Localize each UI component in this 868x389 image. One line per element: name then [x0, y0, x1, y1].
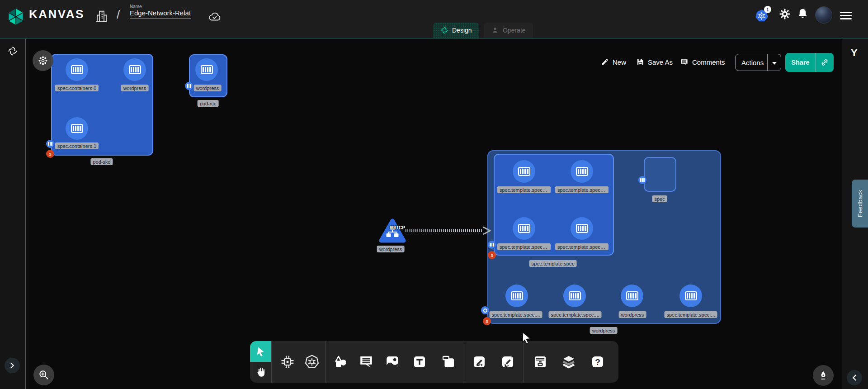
- user-avatar[interactable]: [815, 6, 832, 24]
- node-container[interactable]: [513, 160, 535, 183]
- pod-kind-badge[interactable]: [638, 176, 646, 184]
- zoom-button[interactable]: [33, 365, 54, 385]
- feedback-tab[interactable]: Feedback: [852, 180, 868, 228]
- brand-name: KANVAS: [29, 7, 85, 21]
- pod-icon: [640, 178, 645, 182]
- toolbar-divider: [271, 341, 272, 383]
- node-label: wordpress: [619, 311, 646, 318]
- container-icon: [576, 167, 588, 176]
- tab-design[interactable]: Design: [433, 23, 479, 38]
- node-container[interactable]: [505, 285, 528, 307]
- media-image-icon[interactable]: [385, 354, 400, 370]
- integrations-chip-icon[interactable]: [280, 354, 295, 370]
- kubernetes-wheel-icon[interactable]: [304, 354, 320, 370]
- container-icon: [511, 291, 523, 300]
- expand-left-panel-button[interactable]: [5, 358, 20, 373]
- share-label[interactable]: Share: [785, 59, 816, 66]
- actions-dropdown-button[interactable]: Actions: [735, 54, 781, 71]
- copy-link-icon[interactable]: [820, 58, 829, 67]
- node-container[interactable]: [66, 117, 88, 140]
- node-service-triangle[interactable]: [378, 218, 407, 244]
- pod-icon: [490, 243, 494, 247]
- shapes-icon[interactable]: [333, 354, 348, 370]
- settings-gear-icon[interactable]: [778, 8, 791, 20]
- deployment-kind-badge[interactable]: [481, 306, 489, 314]
- pod-kind-badge[interactable]: [488, 241, 496, 249]
- node-container[interactable]: [195, 58, 218, 81]
- caret-down-icon[interactable]: [772, 62, 777, 65]
- kanvas-logo-icon[interactable]: [6, 7, 25, 26]
- group-label: pod-rcc: [198, 100, 219, 107]
- node-container[interactable]: [571, 160, 593, 183]
- design-spiral-icon[interactable]: [7, 46, 18, 57]
- error-count-badge[interactable]: 3: [488, 251, 496, 259]
- group-label: wordpress: [590, 327, 618, 334]
- left-panel-collapsed: [0, 39, 26, 389]
- magnifier-plus-icon: [38, 369, 50, 381]
- sketch-tool-icon[interactable]: [500, 354, 515, 370]
- edge-port-label: 80/TCP: [390, 225, 405, 230]
- notifications-bell-icon[interactable]: [797, 8, 809, 20]
- group-spec-template-spec[interactable]: [494, 154, 614, 256]
- group-label: spec.template.spec: [529, 260, 577, 267]
- node-container[interactable]: [563, 285, 586, 307]
- chevron-right-icon: [8, 361, 17, 370]
- feedback-label: Feedback: [857, 190, 863, 217]
- menu-hamburger-icon[interactable]: [840, 10, 852, 21]
- node-container[interactable]: [513, 217, 535, 240]
- tab-operate-label: Operate: [503, 27, 526, 34]
- node-spec[interactable]: [644, 157, 676, 192]
- design-swirl-icon: [440, 26, 448, 34]
- container-icon: [626, 291, 638, 300]
- save-as-button[interactable]: Save As: [636, 58, 673, 66]
- toolbar-divider: [465, 341, 465, 383]
- pen-path-tool-icon[interactable]: [472, 354, 487, 370]
- node-label: spec.template.spec.s...: [497, 243, 551, 250]
- collapse-right-panel-button[interactable]: [847, 370, 862, 385]
- comment-tool-icon[interactable]: [359, 354, 374, 370]
- node-container[interactable]: [621, 285, 643, 307]
- tool-select[interactable]: [250, 341, 271, 362]
- error-count-badge[interactable]: 2: [46, 150, 54, 158]
- validate-y-icon[interactable]: Y: [851, 47, 858, 59]
- container-icon: [518, 167, 530, 176]
- node-label: wordpress: [121, 85, 149, 91]
- node-container[interactable]: [66, 58, 88, 81]
- design-canvas[interactable]: Y Feedback New Save As: [0, 38, 868, 389]
- dock-flower-button[interactable]: [33, 50, 53, 71]
- layers-icon[interactable]: [561, 354, 576, 370]
- components-drawer-icon[interactable]: [533, 354, 548, 370]
- container-icon: [576, 224, 588, 233]
- tab-operate[interactable]: Operate: [484, 23, 533, 38]
- app-header: KANVAS / Name Edge-Network-Relatio: [0, 0, 868, 38]
- ink-pen-button[interactable]: [813, 365, 834, 386]
- node-label: spec.template.spec.s...: [555, 186, 609, 193]
- node-container[interactable]: [123, 58, 146, 81]
- canvas-toolbar: ?: [250, 341, 618, 383]
- node-label: spec.containers.0: [55, 85, 99, 91]
- node-container[interactable]: [571, 217, 593, 240]
- svg-text:?: ?: [595, 357, 600, 367]
- share-split-button[interactable]: Share: [785, 53, 834, 72]
- organization-icon[interactable]: [95, 9, 108, 24]
- share-divider: [816, 53, 816, 72]
- error-count-badge[interactable]: 3: [483, 317, 491, 325]
- operate-person-icon: [491, 26, 499, 34]
- new-button[interactable]: New: [601, 58, 626, 66]
- edge-service-to-deployment[interactable]: [404, 225, 494, 237]
- node-container[interactable]: [679, 285, 702, 307]
- pod-kind-badge[interactable]: [185, 82, 193, 90]
- note-tool-icon[interactable]: [441, 354, 456, 370]
- node-label: spec.template.spec....: [665, 311, 717, 318]
- help-icon[interactable]: ?: [590, 354, 605, 370]
- text-tool-icon[interactable]: [412, 354, 427, 370]
- breadcrumb-separator: /: [117, 8, 120, 22]
- comments-button[interactable]: Comments: [680, 58, 725, 66]
- tool-pan[interactable]: [250, 362, 271, 383]
- pod-kind-badge[interactable]: [46, 140, 54, 148]
- design-name-input[interactable]: Edge-Network-Relatio: [130, 9, 191, 19]
- toolbar-divider: [524, 341, 524, 383]
- container-icon: [71, 65, 83, 74]
- node-label: spec.template.spec....: [490, 311, 542, 318]
- deployment-icon: [483, 308, 487, 313]
